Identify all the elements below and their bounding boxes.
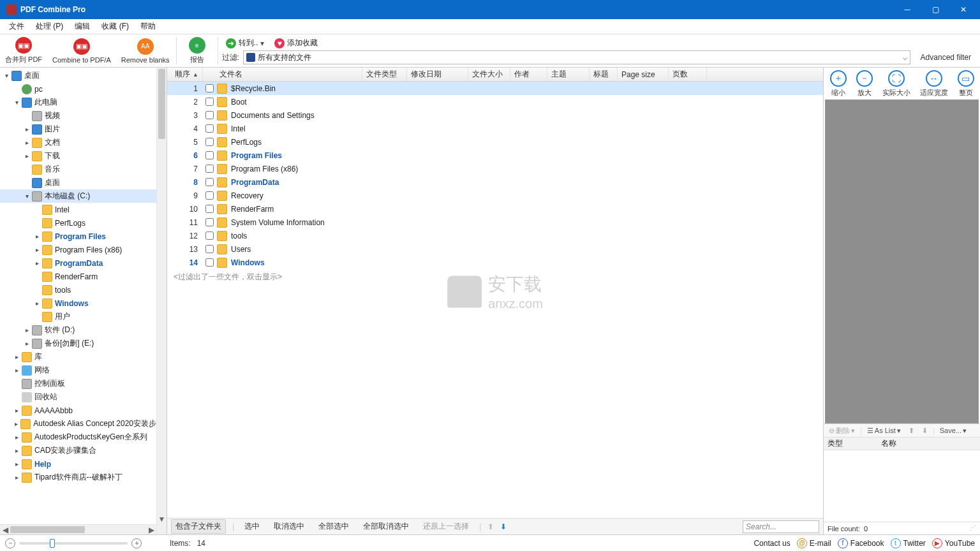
folder-tree[interactable]: ▾桌面▸pc▾此电脑▸视频▸图片▸文档▸下载▸音乐▸桌面▾本地磁盘 (C:)▸I… [0, 68, 156, 485]
row-checkbox[interactable] [205, 98, 214, 106]
expand-caret-icon[interactable]: ▸ [23, 340, 31, 347]
list-up-icon[interactable]: ⬆ [906, 426, 917, 436]
file-row[interactable]: 14Windows [167, 256, 823, 269]
file-row[interactable]: 13Users [167, 242, 823, 256]
expand-caret-icon[interactable]: ▸ [13, 353, 20, 360]
move-up-icon[interactable]: ⬆ [487, 522, 494, 531]
tree-node[interactable]: ▸Autodesk Alias Concept 2020安装步 [0, 417, 156, 430]
menu-item[interactable]: 收藏 (F) [96, 20, 134, 33]
whole-page-button[interactable]: ▭整页 [958, 70, 974, 98]
expand-caret-icon[interactable]: ▾ [23, 193, 31, 200]
tree-node[interactable]: ▸库 [0, 350, 156, 364]
tree-node[interactable]: ▾此电脑 [0, 96, 156, 109]
tree-node[interactable]: ▸软件 (D:) [0, 323, 156, 337]
file-row[interactable]: 6Program Files [167, 149, 823, 162]
goto-button[interactable]: ➜ 转到..▾ [222, 37, 269, 49]
expand-caret-icon[interactable]: ▸ [33, 260, 41, 267]
tree-node[interactable]: ▸AAAAAbbb [0, 404, 156, 417]
tree-node[interactable]: ▸Tipard软件商店--破解补丁 [0, 471, 156, 484]
tree-node[interactable]: ▸Intel [0, 203, 156, 216]
row-checkbox[interactable] [205, 258, 214, 267]
file-row[interactable]: 8ProgramData [167, 175, 823, 189]
check-button[interactable]: 选中 [241, 520, 264, 533]
list-down-icon[interactable]: ⬇ [919, 426, 930, 436]
row-checkbox[interactable] [205, 245, 214, 253]
file-row[interactable]: 10RenderFarm [167, 202, 823, 216]
include-subfolders-button[interactable]: 包含子文件夹 [171, 519, 226, 534]
combine-pdf-button[interactable]: ▣▣ 合并到 PDF [0, 34, 47, 67]
tree-node[interactable]: ▸视频 [0, 109, 156, 122]
resize-grip-icon[interactable]: ⋰ [969, 524, 976, 533]
tree-node[interactable]: ▸网络 [0, 364, 156, 377]
zoom-plus-icon[interactable]: ＋ [131, 538, 142, 548]
queue-list-body[interactable] [824, 450, 980, 522]
expand-caret-icon[interactable]: ▸ [33, 300, 41, 307]
tree-node[interactable]: ▸控制面板 [0, 377, 156, 390]
expand-caret-icon[interactable]: ▸ [13, 367, 20, 374]
tree-node[interactable]: ▸tools [0, 283, 156, 297]
file-row[interactable]: 11System Volume Information [167, 216, 823, 229]
facebook-link[interactable]: fFacebook [838, 538, 884, 548]
tree-node[interactable]: ▸图片 [0, 122, 156, 136]
zoom-minus-icon[interactable]: － [5, 538, 15, 548]
tree-vertical-scrollbar[interactable]: ▲ ▼ [156, 68, 167, 534]
delete-button[interactable]: ⊖ 删除 ▾ [826, 425, 858, 436]
row-checkbox[interactable] [205, 151, 214, 159]
close-button[interactable]: ✕ [949, 0, 977, 19]
uncheck-button[interactable]: 取消选中 [270, 520, 308, 533]
move-down-icon[interactable]: ⬇ [500, 522, 507, 531]
file-row[interactable]: 7Program Files (x86) [167, 162, 823, 175]
file-row[interactable]: 5PerfLogs [167, 135, 823, 149]
expand-caret-icon[interactable]: ▸ [23, 126, 31, 133]
tree-node[interactable]: ▸PerfLogs [0, 216, 156, 230]
save-list-button[interactable]: Save... ▾ [937, 426, 969, 436]
actual-size-button[interactable]: ⛶实际大小 [882, 70, 910, 98]
tree-node[interactable]: ▾桌面 [0, 69, 156, 82]
filter-hint[interactable]: <过滤出了一些文件，双击显示> [167, 269, 823, 285]
tree-node[interactable]: ▸RenderFarm [0, 270, 156, 283]
file-row[interactable]: 3Documents and Settings [167, 108, 823, 122]
expand-caret-icon[interactable]: ▸ [13, 420, 19, 427]
file-row[interactable]: 12tools [167, 229, 823, 242]
minimize-button[interactable]: ─ [893, 0, 921, 19]
row-checkbox[interactable] [205, 138, 214, 146]
tree-node[interactable]: ▸备份[勿删] (E:) [0, 337, 156, 350]
fit-width-button[interactable]: ↔适应宽度 [920, 70, 948, 98]
expand-caret-icon[interactable]: ▾ [13, 99, 20, 106]
expand-caret-icon[interactable]: ▸ [13, 407, 20, 414]
uncheck-all-button[interactable]: 全部取消选中 [359, 520, 413, 533]
row-checkbox[interactable] [205, 124, 214, 133]
tree-node[interactable]: ▸CAD安装步骤集合 [0, 444, 156, 457]
file-row[interactable]: 2Boot [167, 95, 823, 108]
menu-item[interactable]: 编辑 [70, 20, 95, 33]
tree-node[interactable]: ▸AutodeskProductsKeyGen全系列 [0, 430, 156, 444]
row-checkbox[interactable] [205, 231, 214, 240]
zoom-out-button[interactable]: ＋缩小 [830, 70, 847, 98]
file-list-header[interactable]: 顺序▲ 文件名 文件类型 修改日期 文件大小 作者 主题 标题 Page siz… [167, 68, 823, 82]
maximize-button[interactable]: ▢ [921, 0, 949, 19]
contact-us-link[interactable]: Contact us [754, 539, 790, 548]
row-checkbox[interactable] [205, 165, 214, 173]
expand-caret-icon[interactable]: ▸ [13, 474, 20, 481]
advanced-filter-link[interactable]: Advanced filter [914, 53, 977, 62]
tree-node[interactable]: ▸音乐 [0, 163, 156, 176]
menu-item[interactable]: 处理 (P) [31, 20, 68, 33]
tree-node[interactable]: ▸用户 [0, 310, 156, 323]
row-checkbox[interactable] [205, 111, 214, 119]
expand-caret-icon[interactable]: ▸ [23, 139, 31, 146]
file-row[interactable]: 9Recovery [167, 189, 823, 202]
expand-caret-icon[interactable]: ▸ [13, 447, 20, 454]
filter-dropdown[interactable]: 所有支持的文件 ⌵ [243, 50, 910, 64]
menu-item[interactable]: 文件 [4, 20, 29, 33]
search-input[interactable]: Search... [743, 520, 819, 533]
file-row[interactable]: 4Intel [167, 122, 823, 135]
tree-node[interactable]: ▾本地磁盘 (C:) [0, 189, 156, 203]
tree-node[interactable]: ▸Help [0, 457, 156, 471]
expand-caret-icon[interactable]: ▸ [23, 327, 31, 334]
file-list-body[interactable]: 1$Recycle.Bin2Boot3Documents and Setting… [167, 82, 823, 518]
tree-zoom-slider[interactable]: － ＋ [5, 538, 162, 548]
row-checkbox[interactable] [205, 178, 214, 186]
restore-selection-button[interactable]: 还原上一选择 [419, 520, 473, 533]
tree-node[interactable]: ▸回收站 [0, 390, 156, 404]
expand-caret-icon[interactable]: ▸ [33, 246, 41, 253]
